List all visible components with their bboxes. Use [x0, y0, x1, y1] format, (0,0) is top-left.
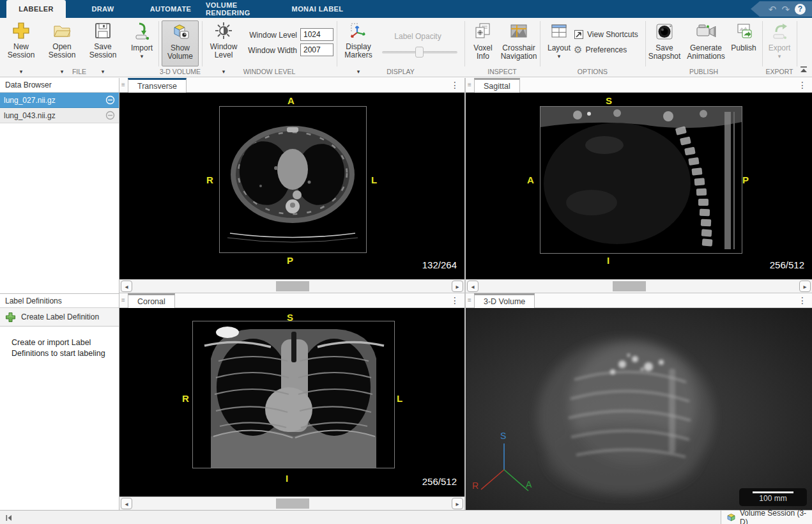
open-session-label: Open Session: [45, 43, 79, 59]
import-button[interactable]: Import ▾: [126, 20, 157, 66]
video-camera-icon: [695, 21, 717, 42]
voxel-info-button[interactable]: Voxel Info: [467, 20, 499, 66]
orientation-label-inferior: I: [286, 473, 288, 484]
redo-icon[interactable]: ↷: [781, 4, 790, 14]
window-level-button[interactable]: Window Level ▾: [206, 20, 241, 66]
scroll-right-button[interactable]: ▸: [799, 281, 811, 292]
export-button[interactable]: Export ▾: [764, 20, 795, 66]
window-level-input[interactable]: [300, 28, 333, 41]
scroll-left-button[interactable]: ◂: [121, 498, 132, 509]
orientation-label-anterior: A: [287, 95, 295, 106]
volume3d-tab-label: 3-D Volume: [484, 297, 525, 306]
preferences-label: Preferences: [585, 45, 627, 54]
sagittal-panel: ≡ Sagittal ⋮: [466, 78, 812, 293]
show-volume-toggle[interactable]: Show Volume: [162, 20, 199, 66]
open-session-button[interactable]: Open Session ▾: [44, 20, 80, 66]
view-shortcuts-icon: [574, 29, 584, 40]
panel-menu-icon[interactable]: ⋮: [450, 295, 459, 305]
tab-automate[interactable]: AUTOMATE: [137, 0, 204, 18]
scroll-left-button[interactable]: ◂: [467, 281, 479, 292]
panel-grip-icon[interactable]: ≡: [121, 81, 125, 88]
window-level-field-label: Window Level: [243, 31, 297, 40]
panel-grip-icon[interactable]: ≡: [468, 297, 471, 304]
volume3d-tab[interactable]: 3-D Volume: [474, 293, 535, 308]
transverse-viewport[interactable]: A R L P 132/264: [119, 93, 464, 279]
scrollbar-thumb[interactable]: [276, 281, 309, 291]
undo-icon[interactable]: ↶: [769, 4, 777, 14]
export-icon: [770, 21, 789, 42]
medical-image-labeler-app: LABELER DRAW AUTOMATE VOLUME RENDERING M…: [0, 0, 812, 524]
camera-lens-icon: [655, 21, 674, 42]
view-shortcuts-button[interactable]: View Shortcuts: [574, 29, 638, 40]
scroll-right-button[interactable]: ▸: [452, 281, 463, 292]
gear-icon: ⚙: [574, 45, 582, 54]
window-level-icon: [214, 21, 233, 40]
coronal-tab[interactable]: Coronal: [128, 293, 175, 308]
export-section-label: EXPORT: [762, 68, 797, 75]
transverse-tab[interactable]: Transverse: [128, 78, 187, 93]
remove-item-icon[interactable]: [105, 95, 115, 105]
coronal-panel: ≡ Coronal ⋮: [119, 293, 464, 510]
scrollbar-thumb[interactable]: [276, 498, 309, 509]
tab-automate-label: AUTOMATE: [150, 5, 192, 13]
options-section-label: OPTIONS: [540, 68, 645, 75]
panel-menu-icon[interactable]: ⋮: [798, 295, 807, 305]
tab-labeler[interactable]: LABELER: [6, 0, 66, 18]
help-button[interactable]: ?: [795, 4, 806, 15]
sagittal-panel-header: ≡ Sagittal ⋮: [466, 78, 812, 93]
save-snapshot-button[interactable]: Save Snapshot: [647, 20, 682, 66]
save-session-button[interactable]: Save Session ▾: [85, 20, 121, 66]
import-label: Import: [131, 44, 153, 52]
viewport-grid: ≡ Transverse ⋮: [119, 78, 812, 510]
sagittal-tab[interactable]: Sagittal: [474, 78, 520, 93]
scale-bar: 100 mm: [739, 488, 807, 506]
sagittal-viewport[interactable]: S A P I 256/512: [466, 93, 812, 279]
coronal-slice-scrollbar[interactable]: ◂ ▸: [119, 497, 464, 510]
collapse-ribbon-button[interactable]: [799, 64, 808, 75]
volume-session-cube-icon: [726, 512, 736, 522]
publish-button[interactable]: Publish: [728, 20, 759, 66]
panel-grip-icon[interactable]: ≡: [121, 297, 125, 304]
orientation-label-inferior: I: [607, 255, 609, 266]
generate-animations-button[interactable]: Generate Animations: [685, 20, 727, 66]
status-bar: Volume Session (3-D): [0, 510, 812, 524]
tab-draw[interactable]: DRAW: [80, 0, 126, 18]
voxel-info-label: Voxel Info: [468, 44, 498, 61]
publish-section-label: PUBLISH: [645, 68, 762, 75]
axis-label-right: R: [472, 481, 479, 491]
import-caret-icon: ▾: [141, 52, 144, 61]
create-label-definition-button[interactable]: Create Label Definition: [0, 308, 119, 327]
collapse-sidebar-icon[interactable]: [4, 513, 13, 524]
save-floppy-icon: [93, 21, 112, 40]
preferences-button[interactable]: ⚙ Preferences: [574, 45, 627, 54]
panel-menu-icon[interactable]: ⋮: [798, 80, 807, 90]
panel-menu-icon[interactable]: ⋮: [450, 80, 459, 90]
tab-draw-label: DRAW: [91, 5, 114, 13]
tab-volume-rendering[interactable]: VOLUME RENDERING: [206, 0, 281, 18]
remove-item-icon[interactable]: [105, 111, 115, 120]
transverse-panel: ≡ Transverse ⋮: [119, 78, 464, 293]
transverse-slice-scrollbar[interactable]: ◂ ▸: [119, 279, 464, 293]
display-markers-button[interactable]: Display Markers ▾: [341, 20, 376, 66]
volume3d-viewport[interactable]: S R A 100 mm: [466, 308, 812, 510]
coronal-viewport[interactable]: S R L I 256/512: [119, 308, 464, 496]
data-item-lung-027[interactable]: lung_027.nii.gz: [0, 93, 119, 108]
data-item-lung-043[interactable]: lung_043.nii.gz: [0, 108, 119, 123]
scale-bar-label: 100 mm: [739, 494, 807, 503]
label-opacity-slider-thumb[interactable]: [415, 47, 424, 58]
panel-grip-icon[interactable]: ≡: [468, 81, 471, 88]
new-session-label: New Session: [4, 43, 38, 59]
scroll-right-button[interactable]: ▸: [452, 498, 463, 509]
coronal-ct-image: [192, 321, 395, 468]
crosshair-navigation-label: Crosshair Navigation: [501, 44, 537, 61]
scrollbar-thumb[interactable]: [613, 281, 646, 291]
scroll-left-button[interactable]: ◂: [121, 281, 132, 292]
window-width-input[interactable]: [300, 43, 333, 56]
new-session-button[interactable]: New Session ▾: [3, 20, 39, 66]
layout-caret-icon: ▾: [558, 52, 561, 61]
sagittal-slice-scrollbar[interactable]: ◂ ▸: [466, 279, 812, 293]
ribbon-divider: [645, 21, 646, 66]
layout-button[interactable]: Layout ▾: [544, 20, 574, 66]
tab-monai-label[interactable]: MONAI LABEL: [289, 0, 346, 18]
crosshair-navigation-button[interactable]: Crosshair Navigation: [500, 20, 537, 66]
